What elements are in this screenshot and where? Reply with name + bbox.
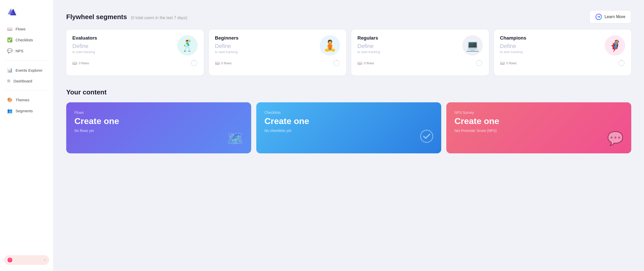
- sidebar-bottom: >: [0, 249, 53, 271]
- content-card-checklists-sub: No checklists yet: [264, 129, 433, 133]
- segment-define: Define: [72, 43, 97, 50]
- segment-footer: 📖 0 flows: [72, 59, 198, 67]
- svg-point-9: [334, 60, 339, 66]
- segment-illustration-evaluators: 🕺: [177, 35, 198, 56]
- sidebar-item-segments[interactable]: 👥 Segments: [0, 105, 53, 116]
- content-card-checklists-label: Checklists: [264, 110, 433, 115]
- app-logo: [7, 7, 16, 16]
- segment-info: Regulars Define to start tracking: [357, 35, 380, 57]
- status-button[interactable]: >: [4, 255, 49, 265]
- segment-define: Define: [500, 43, 526, 50]
- sidebar-item-events-explorer[interactable]: 📊 Events Explorer: [0, 65, 53, 76]
- segment-card-header: Champions Define to start tracking 🦸: [500, 35, 625, 57]
- content-card-nps-title: Create one: [454, 116, 623, 126]
- segment-card-evaluators[interactable]: Evaluators Define to start tracking 🕺 📖 …: [66, 30, 204, 76]
- segment-define: Define: [357, 43, 380, 50]
- sidebar-item-nps[interactable]: 💬 NPS: [0, 45, 53, 56]
- flows-book-icon: 📖: [500, 61, 505, 65]
- content-card-flows-sub: No flows yet: [74, 129, 243, 133]
- segment-card-header: Evaluators Define to start tracking 🕺: [72, 35, 198, 57]
- segment-define-sub: to start tracking: [72, 50, 97, 54]
- your-content-title: Your content: [66, 88, 631, 96]
- segment-illustration-beginners: 🧘: [320, 35, 340, 56]
- segment-illustration-regulars: 💻: [462, 35, 483, 56]
- status-dot-icon: [8, 258, 12, 262]
- segment-card-regulars[interactable]: Regulars Define to start tracking 💻 📖 0 …: [351, 30, 489, 76]
- sidebar-item-nps-label: NPS: [16, 49, 23, 53]
- content-cards-grid: Flows Create one No flows yet 🗺️ Checkli…: [66, 102, 631, 153]
- svg-point-15: [421, 130, 433, 142]
- learn-more-button[interactable]: Learn More: [589, 10, 631, 23]
- segment-flows-count: 📖 0 flows: [72, 61, 89, 65]
- svg-point-11: [476, 60, 482, 66]
- segment-card-header: Beginners Define to start tracking 🧘: [215, 35, 340, 57]
- flows-book-icon: 📖: [215, 61, 220, 65]
- content-card-checklists[interactable]: Checklists Create one No checklists yet: [256, 102, 441, 153]
- progress-circle-beginners: [333, 59, 340, 67]
- sidebar-item-dashboard[interactable]: ⊞ Dashboard: [0, 76, 53, 86]
- dashboard-icon: ⊞: [7, 79, 10, 83]
- analytics-nav: 📊 Events Explorer ⊞ Dashboard: [0, 63, 53, 88]
- segment-define-sub: to start tracking: [215, 50, 239, 54]
- sidebar-item-flows-label: Flows: [16, 27, 25, 31]
- segment-flows-count: 📖 0 flows: [215, 61, 232, 65]
- flywheel-header: Flywheel segments (0 total users in the …: [66, 10, 631, 23]
- segment-define-sub: to start tracking: [357, 50, 380, 54]
- sidebar: 📖 Flows ✅ Checklists 💬 NPS 📊 Events Expl…: [0, 0, 53, 271]
- segment-flows-count: 📖 0 flows: [500, 61, 517, 65]
- learn-more-icon: [595, 14, 602, 20]
- segments-grid: Evaluators Define to start tracking 🕺 📖 …: [66, 30, 631, 76]
- content-card-checklists-icon: [420, 129, 434, 146]
- nav-divider-1: [5, 60, 48, 61]
- segment-flows-count: 📖 0 flows: [357, 61, 374, 65]
- segments-icon: 👥: [7, 108, 12, 114]
- main-content: Flywheel segments (0 total users in the …: [53, 0, 644, 271]
- segment-name: Regulars: [357, 35, 380, 41]
- content-card-nps-label: NPS Survey: [454, 110, 623, 115]
- content-card-flows-title: Create one: [74, 116, 243, 126]
- flows-icon: 📖: [7, 26, 12, 32]
- content-card-flows-icon: 🗺️: [227, 131, 244, 146]
- content-card-nps[interactable]: NPS Survey Create one Net Promoter Score…: [446, 102, 631, 153]
- content-card-flows[interactable]: Flows Create one No flows yet 🗺️: [66, 102, 251, 153]
- primary-nav: 📖 Flows ✅ Checklists 💬 NPS: [0, 21, 53, 58]
- segment-define: Define: [215, 43, 239, 50]
- your-content-section: Your content Flows Create one No flows y…: [66, 88, 631, 153]
- flows-count-label: 0 flows: [221, 61, 232, 65]
- segment-name: Beginners: [215, 35, 239, 41]
- segment-footer: 📖 0 flows: [357, 59, 483, 67]
- flows-count-label: 0 flows: [364, 61, 374, 65]
- flywheel-subtitle: (0 total users in the last 7 days): [131, 16, 187, 20]
- segment-footer: 📖 0 flows: [500, 59, 625, 67]
- chevron-right-icon: >: [44, 258, 46, 262]
- sidebar-item-segments-label: Segments: [16, 109, 33, 113]
- segment-name: Evaluators: [72, 35, 97, 41]
- sidebar-item-events-label: Events Explorer: [16, 68, 43, 72]
- content-card-flows-label: Flows: [74, 110, 243, 115]
- sidebar-item-themes[interactable]: 🎨 Themes: [0, 94, 53, 105]
- sidebar-item-checklists[interactable]: ✅ Checklists: [0, 34, 53, 45]
- themes-icon: 🎨: [7, 97, 12, 103]
- segment-card-champions[interactable]: Champions Define to start tracking 🦸 📖 0…: [494, 30, 632, 76]
- content-card-checklists-title: Create one: [264, 116, 433, 126]
- content-card-nps-icon: 💬: [607, 131, 624, 146]
- svg-point-7: [191, 60, 197, 66]
- flows-count-label: 0 flows: [79, 61, 89, 65]
- sidebar-item-dashboard-label: Dashboard: [14, 79, 32, 83]
- flows-count-label: 0 flows: [506, 61, 517, 65]
- logo-area: [0, 0, 53, 21]
- svg-point-13: [619, 60, 624, 66]
- events-explorer-icon: 📊: [7, 68, 12, 73]
- checklists-icon: ✅: [7, 37, 12, 43]
- segment-info: Beginners Define to start tracking: [215, 35, 239, 57]
- segment-card-beginners[interactable]: Beginners Define to start tracking 🧘 📖 0…: [209, 30, 346, 76]
- sidebar-item-flows[interactable]: 📖 Flows: [0, 23, 53, 34]
- content-card-nps-sub: Net Promoter Score (NPS): [454, 129, 623, 133]
- flywheel-title-area: Flywheel segments (0 total users in the …: [66, 13, 187, 21]
- flywheel-title: Flywheel segments: [66, 13, 127, 21]
- flows-book-icon: 📖: [357, 61, 362, 65]
- settings-nav: 🎨 Themes 👥 Segments: [0, 92, 53, 118]
- progress-circle-champions: [618, 59, 625, 67]
- segment-name: Champions: [500, 35, 526, 41]
- progress-circle-evaluators: [191, 59, 198, 67]
